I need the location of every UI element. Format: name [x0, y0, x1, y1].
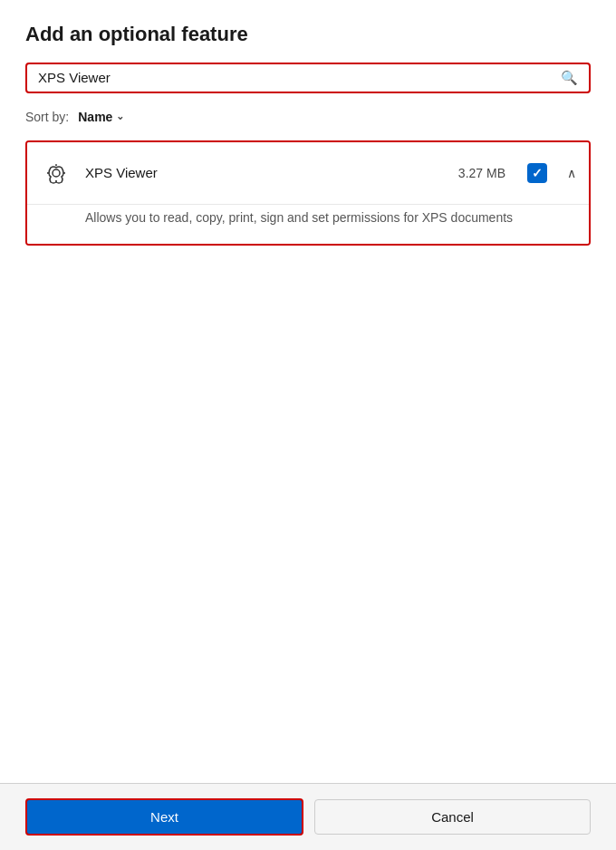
feature-item-header[interactable]: XPS Viewer 3.27 MB ✓ ∧: [27, 142, 589, 204]
xps-viewer-icon: [40, 157, 72, 189]
search-input[interactable]: [38, 70, 553, 85]
next-button[interactable]: Next: [25, 798, 303, 836]
svg-point-0: [53, 169, 60, 177]
feature-item: XPS Viewer 3.27 MB ✓ ∧ Allows you to rea…: [25, 140, 591, 246]
chevron-down-icon: ⌄: [116, 111, 124, 122]
feature-item-body: Allows you to read, copy, print, sign an…: [27, 204, 589, 244]
search-bar: 🔍: [25, 63, 591, 93]
sort-value: Name: [78, 110, 112, 124]
feature-name: XPS Viewer: [85, 165, 446, 180]
feature-list: XPS Viewer 3.27 MB ✓ ∧ Allows you to rea…: [25, 140, 591, 246]
feature-size: 3.27 MB: [458, 166, 505, 180]
cancel-button[interactable]: Cancel: [314, 799, 591, 835]
feature-checkbox[interactable]: ✓: [527, 163, 547, 183]
chevron-up-icon[interactable]: ∧: [567, 167, 576, 179]
page-title: Add an optional feature: [25, 22, 591, 48]
footer: Next Cancel: [0, 783, 616, 850]
feature-description: Allows you to read, copy, print, sign an…: [85, 208, 531, 227]
search-icon: 🔍: [561, 70, 578, 86]
sort-label: Sort by:: [25, 110, 69, 124]
sort-dropdown[interactable]: Name ⌄: [74, 108, 128, 126]
sort-row: Sort by: Name ⌄: [25, 108, 591, 126]
check-icon: ✓: [532, 167, 543, 179]
